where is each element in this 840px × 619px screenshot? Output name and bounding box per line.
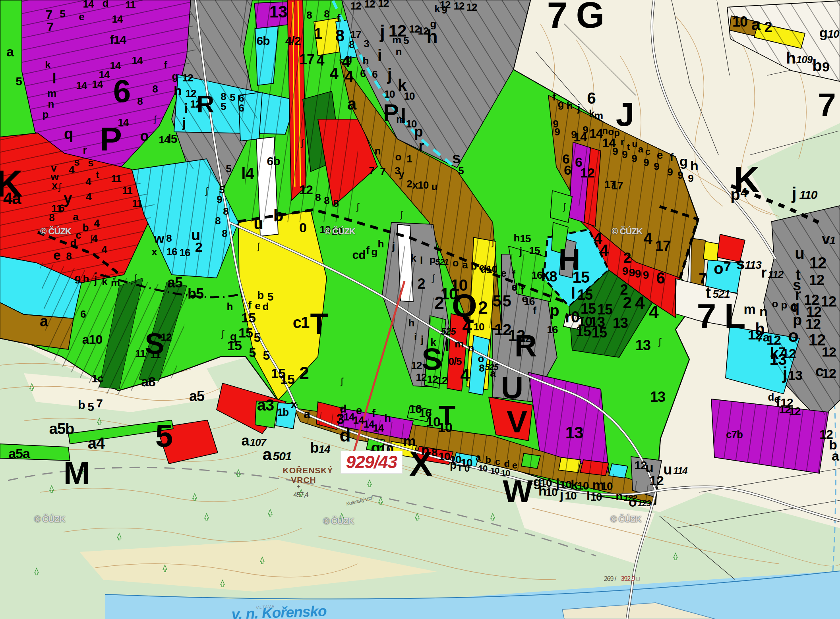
map-canvas[interactable]: K6RPSc1TQSRUVTWXM5HJK7 G7 L7PlKOŘENSKÝVR…	[0, 0, 840, 619]
map-artwork	[0, 0, 840, 619]
parcel-callout: 929/43	[341, 451, 402, 473]
